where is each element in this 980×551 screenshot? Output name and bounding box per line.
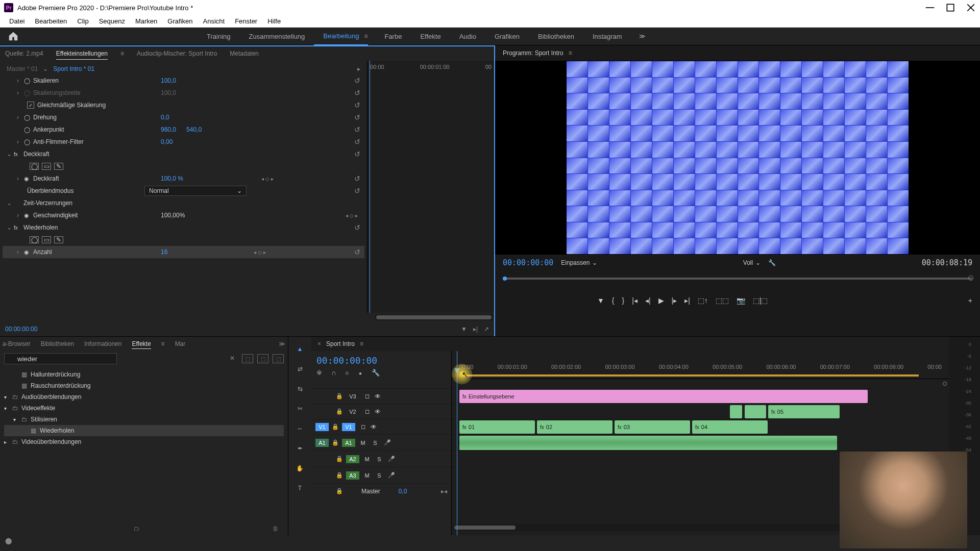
master-goto-icon[interactable]: ▸◂ xyxy=(441,488,447,495)
reset-icon[interactable]: ↺ xyxy=(354,174,360,183)
mask-ellipse-icon[interactable]: ◯ xyxy=(30,236,39,243)
menu-sequenz[interactable]: Sequenz xyxy=(94,17,130,25)
effects-tree-item[interactable]: ▦Wiederholen xyxy=(4,425,284,436)
stopwatch-icon[interactable]: ◯ xyxy=(24,139,33,145)
close-button[interactable] xyxy=(966,3,976,13)
clip-01[interactable]: fx 01 xyxy=(459,420,535,434)
reset-icon[interactable]: ↺ xyxy=(354,223,360,232)
workspace-zusammenstellung[interactable]: Zusammenstellung xyxy=(239,28,314,45)
ec-timecode[interactable]: 00:00:00:00 xyxy=(5,325,37,333)
tab-effekte[interactable]: Effekte xyxy=(132,339,151,349)
effects-tree-item[interactable]: ▾🗀Stilisieren xyxy=(4,414,284,425)
tab-menu-icon[interactable]: ≡ xyxy=(161,340,165,347)
effects-tree-item[interactable]: ▾🗀Audioüberblendungen xyxy=(4,391,284,403)
track-header-a3[interactable]: 🔒 A3 M S 🎤 xyxy=(311,467,451,483)
program-viewer[interactable] xyxy=(495,61,980,255)
clip-05[interactable]: fx 05 xyxy=(768,405,840,418)
extract-icon[interactable]: ⬚⬚ xyxy=(716,296,729,305)
workspace-farbe[interactable]: Farbe xyxy=(375,28,411,45)
reset-icon[interactable]: ↺ xyxy=(354,77,360,85)
voice-icon[interactable]: 🎤 xyxy=(387,456,396,462)
minimize-button[interactable] xyxy=(925,3,935,13)
stopwatch-icon[interactable]: ◉ xyxy=(24,176,33,182)
reset-icon[interactable]: ↺ xyxy=(354,101,360,109)
track-header-a1[interactable]: A1 🔒 A1 M S 🎤 xyxy=(311,434,451,450)
lock-icon[interactable]: 🔒 xyxy=(336,408,343,415)
solo-icon[interactable]: S xyxy=(371,440,380,446)
compare-icon[interactable]: ⬚|⬚ xyxy=(753,296,768,305)
expand-icon[interactable]: ▾ xyxy=(13,417,21,422)
stopwatch-icon[interactable]: ◉ xyxy=(24,249,33,256)
track-header-v3[interactable]: 🔒 V3 ◻ 👁 xyxy=(311,388,451,404)
menu-bearbeiten[interactable]: Bearbeiten xyxy=(30,17,72,25)
sync-lock-icon[interactable]: ◻ xyxy=(358,423,368,430)
snap-icon[interactable]: ※ xyxy=(316,369,322,377)
expand-icon[interactable]: ▾ xyxy=(4,406,12,411)
val-geschwindigkeit[interactable]: 100,00% xyxy=(161,212,185,219)
menu-datei[interactable]: Datei xyxy=(4,17,30,25)
sync-lock-icon[interactable]: ◻ xyxy=(362,393,372,399)
stopwatch-icon[interactable]: ◯ xyxy=(24,127,33,133)
tab-quelle[interactable]: Quelle: 2.mp4 xyxy=(5,48,43,59)
fx-badge-icon[interactable]: fx xyxy=(14,225,21,231)
workspace-active-menu-icon[interactable]: ≡ xyxy=(364,33,368,40)
delete-icon[interactable]: 🗑 xyxy=(273,525,279,532)
export-frame-icon[interactable]: 📷 xyxy=(737,296,745,305)
slip-tool-icon[interactable]: ↔ xyxy=(294,422,306,435)
kf-add-icon[interactable]: ◇ xyxy=(350,213,354,218)
lock-icon[interactable]: 🔒 xyxy=(336,472,343,479)
voice-icon[interactable]: 🎤 xyxy=(383,439,392,446)
clip-name[interactable]: Sport Intro * 01 xyxy=(53,65,94,72)
mask-rect-icon[interactable]: ▭ xyxy=(42,236,51,243)
marker-icon[interactable]: ⟐ xyxy=(345,369,349,377)
ripple-tool-icon[interactable]: ⇆ xyxy=(294,383,306,395)
mute-icon[interactable]: M xyxy=(358,440,368,446)
pen-tool-icon[interactable]: ✒ xyxy=(294,442,306,455)
timeline-menu-icon[interactable]: ≡ xyxy=(360,340,363,347)
work-area-bar[interactable] xyxy=(463,374,919,377)
effects-tree-item[interactable]: ▦Hallunterdrückung xyxy=(4,369,284,380)
track-label[interactable]: V1 xyxy=(342,423,355,431)
effects-tree-item[interactable]: ▦Rauschunterdrückung xyxy=(4,380,284,391)
workspace-instagram[interactable]: Instagram xyxy=(583,28,631,45)
lock-icon[interactable]: 🔒 xyxy=(336,488,343,494)
tabs-overflow-icon[interactable]: ≫ xyxy=(279,340,285,347)
expand-icon[interactable]: ▸ xyxy=(4,439,12,445)
fx-filter-32-icon[interactable]: ⬚ xyxy=(257,354,268,363)
workspace-overflow-icon[interactable]: ≫ xyxy=(639,33,646,40)
kf-prev-icon[interactable]: ◂ xyxy=(254,249,256,255)
filter-icon[interactable]: ▼ xyxy=(461,325,467,333)
selection-tool-icon[interactable]: ▲ xyxy=(294,343,306,355)
clip-dropdown-icon[interactable]: ⌄ xyxy=(43,65,48,72)
menu-ansicht[interactable]: Ansicht xyxy=(198,17,230,25)
kf-next-icon[interactable]: ▸ xyxy=(355,213,358,218)
fx-filter-yuv-icon[interactable]: ⬚ xyxy=(273,354,284,363)
menu-grafiken[interactable]: Grafiken xyxy=(162,17,198,25)
tab-bibliotheken[interactable]: Bibliotheken xyxy=(41,339,74,348)
wrench-icon[interactable]: 🔧 xyxy=(768,259,776,266)
clip-02[interactable]: fx 02 xyxy=(537,420,612,434)
stopwatch-icon[interactable]: ◉ xyxy=(24,212,33,219)
mark-in-icon[interactable]: { xyxy=(612,296,615,305)
scrub-end-icon[interactable] xyxy=(968,276,973,281)
reset-icon[interactable]: ↺ xyxy=(354,138,360,146)
expand-icon[interactable]: › xyxy=(17,114,24,121)
expand-icon[interactable]: › xyxy=(17,212,24,219)
menu-clip[interactable]: Clip xyxy=(72,17,93,25)
workspace-effekte[interactable]: Effekte xyxy=(411,28,450,45)
effects-tree-item[interactable]: ▾🗀Videoeffekte xyxy=(4,403,284,414)
val-anzahl[interactable]: 16 xyxy=(161,248,167,256)
workspace-bibliotheken[interactable]: Bibliotheken xyxy=(529,28,583,45)
dropdown-blendmodus[interactable]: Normal⌄ xyxy=(144,186,247,196)
val-antiflimmer[interactable]: 0,00 xyxy=(161,138,173,145)
tab-effekteinstellungen[interactable]: Effekteinstellungen xyxy=(56,48,108,60)
program-resolution-dropdown[interactable]: Voll⌄ xyxy=(743,259,761,266)
timeline-close-icon[interactable]: × xyxy=(317,340,321,347)
track-label[interactable]: A3 xyxy=(346,471,359,480)
linked-selection-icon[interactable]: ∩ xyxy=(331,369,336,377)
program-fit-dropdown[interactable]: Einpassen⌄ xyxy=(561,259,597,266)
home-icon[interactable] xyxy=(8,31,19,42)
goto-out-icon[interactable]: ▸| xyxy=(684,296,690,305)
lift-icon[interactable]: ⬚↑ xyxy=(698,296,708,305)
ec-scrollbar[interactable] xyxy=(375,314,493,320)
